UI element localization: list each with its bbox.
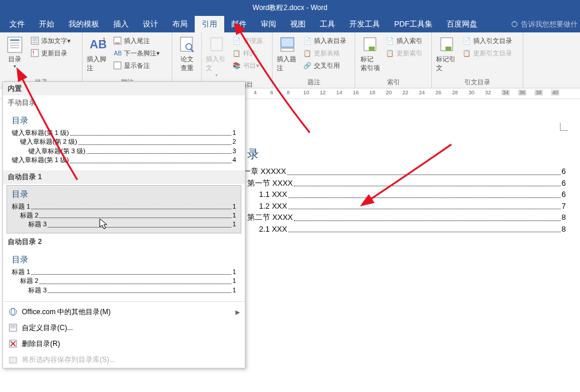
- update-toc-button[interactable]: !更新目录: [28, 47, 73, 59]
- svg-rect-28: [445, 47, 451, 51]
- toc-entry: 1.1 XXX6: [235, 189, 566, 200]
- menu-视图[interactable]: 视图: [283, 16, 313, 32]
- menu-设计[interactable]: 设计: [136, 16, 165, 32]
- update-citation-toc-button: 📋更新引文目录: [460, 47, 515, 59]
- add-text-button[interactable]: 添加文字 ▾: [28, 35, 73, 47]
- menu-我的模板[interactable]: 我的模板: [61, 16, 106, 32]
- svg-rect-37: [9, 357, 17, 363]
- menu-百度网盘[interactable]: 百度网盘: [440, 16, 484, 32]
- menu-文件[interactable]: 文件: [2, 16, 32, 32]
- menu-引用[interactable]: 引用: [195, 16, 224, 32]
- svg-rect-24: [281, 48, 294, 51]
- menu-开发工具[interactable]: 开发工具: [342, 16, 387, 32]
- svg-rect-26: [369, 47, 375, 51]
- toc-option-manual[interactable]: 手动目录: [3, 95, 245, 110]
- insert-citation-toc-button[interactable]: 📄插入引文目录: [460, 35, 515, 47]
- cmd-office-online[interactable]: Office.com 中的其他目录(M)▶: [3, 304, 245, 320]
- toc-option-auto1[interactable]: 自动目录 1: [3, 170, 245, 184]
- ribbon: 目录▾ 添加文字 ▾ !更新目录 目录 AB1 插入脚注 插入尾注 AB下一条脚…: [0, 32, 580, 88]
- svg-point-29: [9, 308, 17, 315]
- svg-text:AB: AB: [114, 50, 122, 57]
- insert-table-figures-button[interactable]: 📄插入表目录: [300, 35, 349, 47]
- toc-entry: 第一章 XXXXX6: [235, 166, 566, 177]
- menu-邮件[interactable]: 邮件: [224, 16, 254, 32]
- bibliography-button: 📚书目 ▾: [230, 60, 265, 71]
- style-button: 📋样式:: [230, 47, 265, 59]
- cmd-save-selection: 将所选内容保存到目录库(S)...: [3, 352, 245, 368]
- toc-preview-auto2[interactable]: 目录 标题 11标题 21标题 31: [6, 251, 241, 299]
- menu-bar: 文件开始我的模板插入设计布局引用邮件审阅视图工具开发工具PDF工具集百度网盘 告…: [0, 16, 580, 32]
- research-button[interactable]: 论文 查重: [174, 34, 199, 74]
- cmd-remove-toc[interactable]: 删除目录(R): [3, 336, 245, 352]
- toc-option-auto2[interactable]: 自动目录 2: [3, 235, 245, 249]
- next-footnote-button[interactable]: AB下一条脚注 ▾: [110, 47, 162, 59]
- toc-button[interactable]: 目录▾: [2, 34, 28, 70]
- svg-rect-1: [514, 21, 515, 23]
- group-label-citation: 引文目录: [434, 77, 521, 88]
- svg-rect-23: [281, 38, 294, 47]
- show-notes-button[interactable]: 显示备注: [110, 60, 162, 71]
- menu-审阅[interactable]: 审阅: [254, 16, 283, 32]
- toc-entry: 第二节 XXXX8: [235, 212, 566, 223]
- menu-工具[interactable]: 工具: [313, 16, 342, 32]
- svg-rect-2: [8, 37, 22, 52]
- toc-entry: 第一节 XXXX6: [235, 177, 566, 189]
- insert-citation-button: 插入引文▾: [204, 34, 230, 79]
- toc-dropdown: 内置 手动目录 目录 键入章标题(第 1 级)1键入章标题(第 2 级)2键入章…: [2, 81, 245, 368]
- dropdown-header-builtin: 内置: [3, 82, 245, 95]
- menu-插入[interactable]: 插入: [106, 16, 136, 32]
- insert-footnote-button[interactable]: AB1 插入脚注: [84, 34, 110, 74]
- title-bar: Word教程2.docx - Word: [0, 0, 580, 16]
- menu-布局[interactable]: 布局: [165, 16, 195, 32]
- cross-reference-button[interactable]: 🔗交叉引用: [300, 60, 349, 71]
- menu-开始[interactable]: 开始: [32, 16, 61, 32]
- svg-text:!: !: [32, 50, 34, 57]
- svg-rect-18: [114, 62, 121, 69]
- toc-entry: 1.2 XXX7: [235, 200, 566, 212]
- insert-index-button[interactable]: 📄插入索引: [383, 35, 425, 47]
- cmd-custom-toc[interactable]: 自定义目录(C)...: [3, 320, 245, 336]
- insert-caption-button[interactable]: 插入题注: [274, 34, 300, 74]
- toc-heading: 目录: [235, 146, 566, 162]
- group-label-caption: 题注: [274, 77, 353, 88]
- toc-preview-manual[interactable]: 目录 键入章标题(第 1 级)1键入章标题(第 2 级)2键入章标题(第 3 级…: [6, 111, 241, 169]
- mark-index-button[interactable]: 标记 索引项: [357, 34, 383, 74]
- update-table-button: 📋更新表格: [300, 47, 349, 59]
- mark-citation-button[interactable]: 标记引文: [434, 34, 460, 74]
- cursor-icon: [99, 218, 109, 230]
- manage-sources-button: 📄管理源: [230, 35, 265, 47]
- tell-me[interactable]: 告诉我您想要做什: [510, 19, 578, 29]
- svg-rect-22: [211, 38, 222, 51]
- page-corner-mark: [560, 123, 568, 131]
- svg-text:1: 1: [103, 37, 106, 42]
- update-index-button: 📋更新索引: [383, 47, 425, 59]
- group-label-index: 索引: [357, 77, 430, 88]
- toc-preview-auto1[interactable]: 目录 标题 11标题 21标题 31: [6, 185, 241, 233]
- insert-endnote-button[interactable]: 插入尾注: [110, 35, 162, 47]
- menu-PDF工具集[interactable]: PDF工具集: [387, 16, 440, 32]
- page-content: 目录 第一章 XXXXX6第一节 XXXX61.1 XXX61.2 XXX7第二…: [235, 146, 566, 235]
- svg-point-30: [11, 308, 15, 315]
- toc-entry: 2.1 XXX8: [235, 223, 566, 235]
